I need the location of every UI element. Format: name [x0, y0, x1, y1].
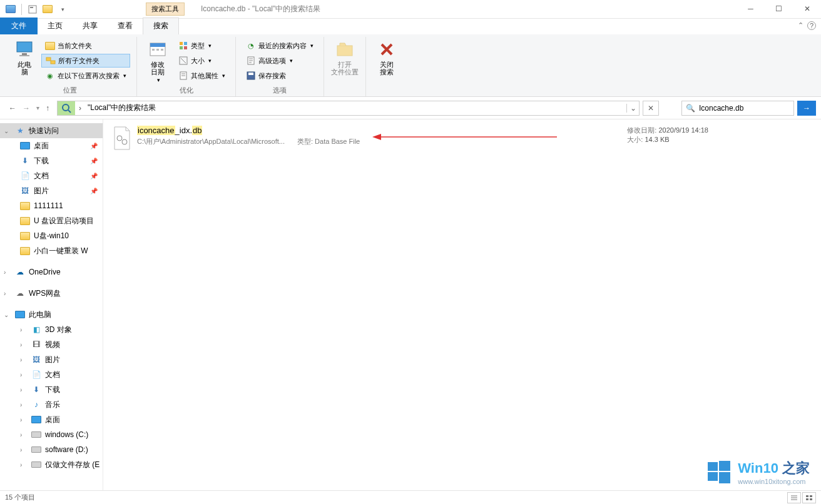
- this-pc-button[interactable]: 此电 脑: [10, 38, 39, 76]
- svg-marker-32: [372, 134, 381, 140]
- sidebar-item-folder[interactable]: 1111111: [0, 198, 103, 213]
- svg-rect-1: [30, 7, 33, 8]
- sidebar-item-pictures2[interactable]: ›🖼图片: [0, 352, 103, 367]
- svg-rect-12: [180, 42, 183, 45]
- watermark-url: www.win10xitong.com: [738, 478, 810, 485]
- address-root-icon[interactable]: [58, 101, 75, 115]
- search-box[interactable]: 🔍 ✕: [681, 101, 794, 116]
- svg-rect-15: [184, 46, 187, 49]
- svg-rect-36: [806, 495, 808, 497]
- search-input[interactable]: [699, 104, 793, 113]
- svg-line-28: [68, 110, 71, 113]
- minimize-button[interactable]: ─: [737, 0, 765, 18]
- sidebar-item-documents2[interactable]: ›📄文档: [0, 367, 103, 382]
- open-location-button[interactable]: 打开 文件位置: [330, 38, 359, 76]
- group-open: 打开 文件位置: [324, 37, 366, 96]
- navigation-pane[interactable]: ⌄★快速访问 桌面📌 ⬇下载📌 📄文档📌 🖼图片📌 1111111 U 盘设置启…: [0, 119, 103, 491]
- sidebar-item-folder[interactable]: U 盘设置启动项目: [0, 213, 103, 228]
- size-button[interactable]: 大小▾: [175, 54, 229, 68]
- tab-file[interactable]: 文件: [0, 18, 38, 34]
- sidebar-item-desktop[interactable]: 桌面📌: [0, 138, 103, 153]
- sidebar-onedrive[interactable]: ›☁OneDrive: [0, 265, 103, 280]
- sidebar-item-pictures[interactable]: 🖼图片📌: [0, 183, 103, 198]
- watermark: Win10 之家 www.win10xitong.com: [706, 459, 810, 485]
- sidebar-item-music[interactable]: ›♪音乐: [0, 397, 103, 412]
- body: ⌄★快速访问 桌面📌 ⬇下载📌 📄文档📌 🖼图片📌 1111111 U 盘设置启…: [0, 119, 821, 491]
- svg-rect-40: [708, 462, 718, 471]
- up-button[interactable]: ↑: [46, 104, 49, 113]
- details-view-button[interactable]: [787, 492, 801, 503]
- tab-share[interactable]: 共享: [73, 18, 108, 34]
- save-search-button[interactable]: 保存搜索: [242, 69, 317, 83]
- item-count: 15 个项目: [5, 493, 35, 502]
- svg-point-27: [63, 104, 69, 111]
- group-options: ◔最近的搜索内容▾ 高级选项▾ 保存搜索 选项: [236, 37, 324, 96]
- annotation-arrow: [372, 132, 560, 144]
- sidebar-item-drive-c[interactable]: ›windows (C:): [0, 427, 103, 442]
- svg-rect-0: [29, 6, 36, 13]
- sidebar-item-videos[interactable]: ›🎞视频: [0, 337, 103, 352]
- modify-date-button[interactable]: 修改 日期▾: [143, 38, 172, 83]
- all-subfolders-button[interactable]: 所有子文件夹: [41, 54, 130, 68]
- maximize-button[interactable]: ☐: [765, 0, 793, 18]
- search-tools-tab-label: 搜索工具: [146, 3, 185, 16]
- type-button[interactable]: 类型▾: [175, 39, 229, 53]
- current-folder-button[interactable]: 当前文件夹: [41, 39, 130, 53]
- recent-locations-button[interactable]: ▾: [36, 104, 39, 111]
- explorer-icon[interactable]: [4, 3, 18, 16]
- watermark-logo-icon: [706, 460, 732, 485]
- tab-search[interactable]: 搜索: [143, 18, 179, 34]
- quick-access-toolbar: ▾: [0, 3, 69, 16]
- svg-rect-6: [51, 61, 55, 64]
- search-icon: 🔍: [686, 104, 695, 113]
- back-button[interactable]: ←: [9, 104, 16, 113]
- modify-date-label: 修改 日期: [151, 61, 165, 76]
- close-search-label: 关闭 搜索: [380, 61, 394, 76]
- ribbon-toggle[interactable]: ⌃ ?: [798, 21, 816, 30]
- advanced-options-button[interactable]: 高级选项▾: [242, 54, 317, 68]
- svg-rect-3: [22, 53, 27, 55]
- sidebar-item-downloads[interactable]: ⬇下载📌: [0, 153, 103, 168]
- close-button[interactable]: ✕: [793, 0, 821, 18]
- sidebar-item-drive-e[interactable]: ›仅做文件存放 (E: [0, 457, 103, 472]
- tab-home[interactable]: 主页: [38, 18, 73, 34]
- pin-icon: 📌: [90, 158, 98, 164]
- address-box[interactable]: › "Local"中的搜索结果 ⌄: [57, 101, 640, 116]
- content-area[interactable]: iconcache_idx.db C:\用户\Administrator\App…: [103, 119, 821, 491]
- sidebar-item-folder[interactable]: U盘-win10: [0, 228, 103, 243]
- stop-search-button[interactable]: ✕: [643, 101, 659, 116]
- svg-rect-8: [150, 43, 165, 47]
- address-chevron[interactable]: ›: [75, 101, 85, 115]
- address-bar: ← → ▾ ↑ › "Local"中的搜索结果 ⌄ ✕ 🔍 ✕ →: [0, 97, 821, 119]
- search-go-button[interactable]: →: [797, 101, 816, 116]
- sidebar-item-downloads2[interactable]: ›⬇下载: [0, 382, 103, 397]
- sidebar-item-desktop2[interactable]: ›桌面: [0, 412, 103, 427]
- sidebar-item-3d[interactable]: ›◧3D 对象: [0, 322, 103, 337]
- status-bar: 15 个项目: [0, 490, 821, 504]
- tab-view[interactable]: 查看: [108, 18, 143, 34]
- address-path[interactable]: "Local"中的搜索结果: [85, 103, 158, 113]
- other-props-button[interactable]: 其他属性▾: [175, 69, 229, 83]
- new-folder-icon[interactable]: [41, 3, 54, 16]
- watermark-title: Win10 之家: [738, 459, 810, 478]
- qat-dropdown-icon[interactable]: ▾: [56, 3, 69, 16]
- pin-icon: 📌: [90, 173, 98, 179]
- svg-rect-25: [248, 73, 253, 75]
- search-again-button[interactable]: ◉在以下位置再次搜索▾: [41, 69, 130, 83]
- group-options-label: 选项: [242, 86, 317, 96]
- close-search-button[interactable]: 关闭 搜索: [372, 38, 401, 76]
- address-dropdown[interactable]: ⌄: [626, 104, 639, 113]
- sidebar-quick-access[interactable]: ⌄★快速访问: [0, 123, 103, 138]
- icons-view-button[interactable]: [802, 492, 816, 503]
- divider: [21, 4, 22, 15]
- sidebar-this-pc[interactable]: ⌄此电脑: [0, 307, 103, 322]
- svg-rect-43: [719, 472, 730, 483]
- sidebar-item-folder[interactable]: 小白一键重装 W: [0, 243, 103, 258]
- properties-icon[interactable]: [26, 3, 39, 16]
- sidebar-item-drive-d[interactable]: ›software (D:): [0, 442, 103, 457]
- this-pc-label: 此电 脑: [18, 61, 31, 76]
- sidebar-item-documents[interactable]: 📄文档📌: [0, 168, 103, 183]
- recent-searches-button[interactable]: ◔最近的搜索内容▾: [242, 39, 317, 53]
- forward-button[interactable]: →: [23, 104, 30, 113]
- sidebar-wps[interactable]: ›☁WPS网盘: [0, 286, 103, 301]
